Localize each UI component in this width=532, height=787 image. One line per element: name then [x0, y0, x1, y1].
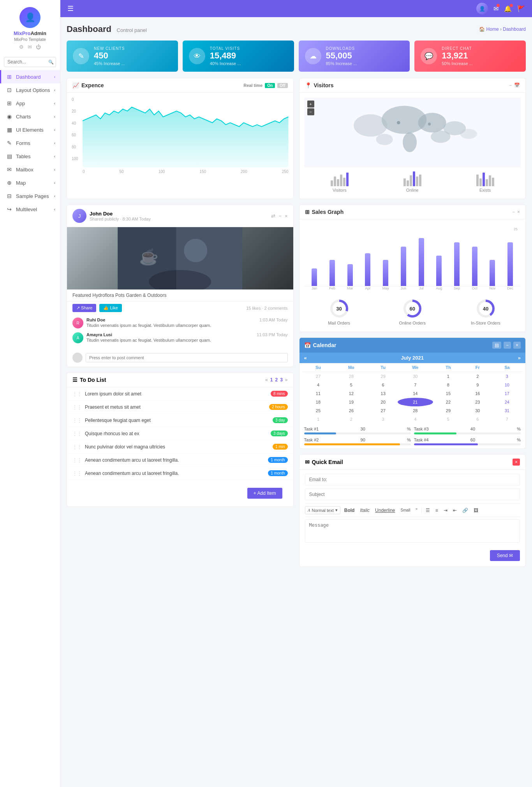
comment-input[interactable]: [86, 353, 288, 362]
calendar-button[interactable]: 📅: [514, 83, 520, 88]
calendar-day[interactable]: 4: [303, 381, 334, 389]
calendar-day[interactable]: 2: [463, 372, 492, 381]
prev-month-button[interactable]: «: [304, 355, 307, 361]
sidebar-item-mailbox[interactable]: ✉ Mailbox ‹: [0, 163, 60, 176]
calendar-day-today[interactable]: 21: [398, 398, 433, 406]
calendar-day[interactable]: 29: [433, 406, 463, 415]
calendar-day[interactable]: 18: [303, 398, 334, 406]
post-close-icon[interactable]: ×: [285, 213, 288, 219]
underline-button[interactable]: Underline: [373, 507, 396, 514]
sidebar-item-charts[interactable]: ◉ Charts ‹: [0, 110, 60, 123]
prev-page-button[interactable]: «: [265, 377, 268, 383]
calendar-day[interactable]: 28: [398, 406, 433, 415]
next-page-button[interactable]: »: [285, 377, 288, 383]
cal-minus-button[interactable]: −: [504, 342, 511, 349]
email-close-button[interactable]: ×: [513, 459, 520, 466]
calendar-day[interactable]: 22: [433, 398, 463, 406]
calendar-day[interactable]: 2: [334, 415, 368, 423]
calendar-day[interactable]: 8: [433, 381, 463, 389]
drag-handle[interactable]: ⋮⋮: [72, 471, 82, 476]
hamburger-button[interactable]: ☰: [67, 4, 74, 13]
settings-icon[interactable]: ⚙: [19, 44, 24, 50]
cal-view-btn[interactable]: ▤: [492, 342, 501, 349]
sidebar-item-app[interactable]: ⊞ App ‹: [0, 97, 60, 110]
italic-button[interactable]: Italic: [358, 507, 371, 514]
small-button[interactable]: Small: [399, 507, 412, 513]
calendar-day[interactable]: 14: [398, 389, 433, 398]
calendar-day[interactable]: 27: [368, 406, 397, 415]
calendar-day[interactable]: 3: [368, 415, 397, 423]
sidebar-item-sample-pages[interactable]: ⊟ Sample Pages ‹: [0, 189, 60, 203]
calendar-day[interactable]: 6: [463, 415, 492, 423]
sidebar-item-ui-elements[interactable]: ▦ UI Elements ‹: [0, 123, 60, 136]
drag-handle[interactable]: ⋮⋮: [72, 457, 82, 463]
calendar-day[interactable]: 9: [463, 381, 492, 389]
calendar-day[interactable]: 28: [334, 372, 368, 381]
like-button[interactable]: 👍 Like: [99, 304, 122, 312]
drag-handle[interactable]: ⋮⋮: [72, 418, 82, 423]
calendar-day[interactable]: 24: [492, 398, 522, 406]
sales-close-button[interactable]: ×: [517, 209, 520, 215]
calendar-day[interactable]: 29: [368, 372, 397, 381]
calendar-day[interactable]: 1: [303, 415, 334, 423]
calendar-day[interactable]: 5: [433, 415, 463, 423]
calendar-day[interactable]: 1: [433, 372, 463, 381]
image-button[interactable]: 🖼: [472, 507, 480, 514]
calendar-day[interactable]: 27: [303, 372, 334, 381]
calendar-day[interactable]: 11: [303, 389, 334, 398]
email-subject-input[interactable]: [305, 489, 520, 500]
topbar-mail-icon[interactable]: ✉: [493, 5, 499, 12]
email-to-input[interactable]: [305, 474, 520, 485]
drag-handle[interactable]: ⋮⋮: [72, 391, 82, 397]
calendar-day[interactable]: 15: [433, 389, 463, 398]
add-item-button[interactable]: + Add Item: [247, 488, 282, 499]
calendar-day[interactable]: 16: [463, 389, 492, 398]
sidebar-item-dashboard[interactable]: ⊞ Dashboard ‹: [0, 70, 60, 83]
sidebar-item-forms[interactable]: ✎ Forms ‹: [0, 136, 60, 150]
calendar-day[interactable]: 4: [398, 415, 433, 423]
share-button[interactable]: ↗ Share: [72, 304, 96, 312]
calendar-day[interactable]: 30: [398, 372, 433, 381]
topbar-avatar[interactable]: 👤: [476, 3, 488, 14]
calendar-day[interactable]: 30: [463, 406, 492, 415]
outdent-button[interactable]: ⇤: [451, 507, 458, 514]
next-month-button[interactable]: »: [518, 355, 521, 361]
toggle-on[interactable]: On: [265, 83, 275, 88]
calendar-day[interactable]: 7: [492, 415, 522, 423]
mail-icon[interactable]: ✉: [28, 44, 32, 50]
calendar-day[interactable]: 12: [334, 389, 368, 398]
ordered-list-button[interactable]: ≡: [434, 507, 440, 514]
sidebar-item-multilevel[interactable]: ↪ Multilevel ‹: [0, 203, 60, 216]
calendar-day[interactable]: 31: [492, 406, 522, 415]
calendar-day[interactable]: 5: [334, 381, 368, 389]
email-message-input[interactable]: [305, 519, 520, 543]
calendar-day[interactable]: 6: [368, 381, 397, 389]
calendar-day[interactable]: 19: [334, 398, 368, 406]
format-dropdown[interactable]: 𝐴 Normal text ▾: [305, 506, 340, 514]
minus-button[interactable]: −: [509, 83, 512, 88]
cal-close-button[interactable]: ×: [513, 342, 521, 349]
page-2-button[interactable]: 2: [275, 377, 278, 383]
quote-button[interactable]: ": [414, 507, 419, 514]
sales-minus-button[interactable]: −: [512, 209, 515, 215]
post-share-icon[interactable]: ⇄: [271, 213, 275, 219]
drag-handle[interactable]: ⋮⋮: [72, 431, 82, 436]
calendar-day[interactable]: 23: [463, 398, 492, 406]
calendar-day[interactable]: 25: [303, 406, 334, 415]
drag-handle[interactable]: ⋮⋮: [72, 404, 82, 410]
page-1-button[interactable]: 1: [270, 377, 273, 383]
list-button[interactable]: ☰: [424, 507, 432, 514]
power-icon[interactable]: ⏻: [36, 44, 41, 50]
drag-handle[interactable]: ⋮⋮: [72, 444, 82, 450]
sidebar-item-tables[interactable]: ▤ Tables ‹: [0, 150, 60, 163]
sidebar-item-map[interactable]: ⊕ Map ‹: [0, 176, 60, 189]
sidebar-item-layout-options[interactable]: ⊡ Layout Options ‹: [0, 83, 60, 97]
indent-button[interactable]: ⇥: [442, 507, 449, 514]
calendar-day[interactable]: 17: [492, 389, 522, 398]
toggle-off[interactable]: Off: [277, 83, 287, 88]
calendar-day[interactable]: 10: [492, 381, 522, 389]
calendar-day[interactable]: 7: [398, 381, 433, 389]
calendar-day[interactable]: 3: [492, 372, 522, 381]
send-email-button[interactable]: Send ✉: [490, 550, 520, 561]
page-3-button[interactable]: 3: [280, 377, 283, 383]
